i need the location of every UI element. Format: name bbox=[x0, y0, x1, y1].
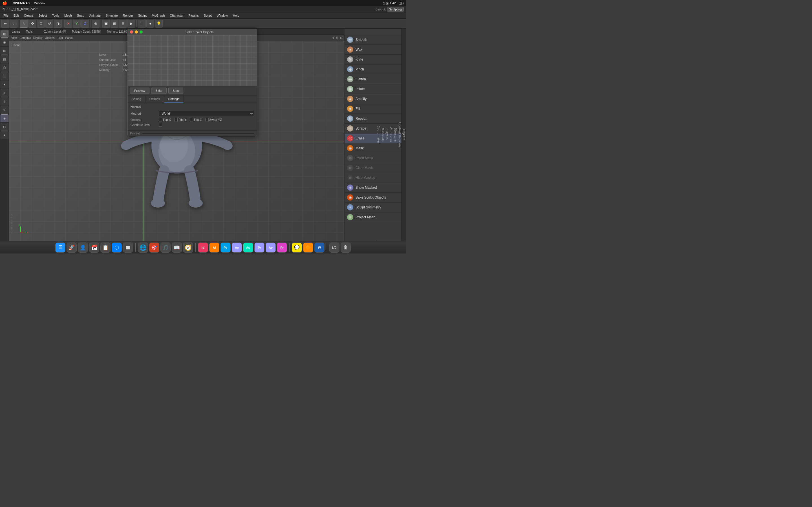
dock-notes[interactable]: 📋 bbox=[100, 242, 110, 252]
toolbar-z[interactable]: Z bbox=[81, 20, 89, 27]
menu-file[interactable]: File bbox=[1, 13, 11, 18]
vp-tab-panel[interactable]: Panel bbox=[65, 36, 73, 40]
menu-simulate[interactable]: Simulate bbox=[103, 13, 120, 18]
toolbar-home[interactable]: ⌂ bbox=[10, 20, 17, 27]
toolbar-y[interactable]: Y bbox=[73, 20, 81, 27]
dock-chrome[interactable]: 🌐 bbox=[138, 242, 148, 252]
dock-c4d[interactable]: 🎯 bbox=[149, 242, 159, 252]
dock-books[interactable]: 📖 bbox=[172, 242, 182, 252]
toolbar-sphere[interactable]: ● bbox=[146, 20, 154, 27]
dock-word[interactable]: W bbox=[314, 242, 324, 252]
toolbar-viewport1[interactable]: ▣ bbox=[102, 20, 110, 27]
left-icon-tag[interactable]: ⟟ bbox=[1, 98, 8, 105]
menu-mograph[interactable]: MoGraph bbox=[149, 13, 167, 18]
flip-x-checkbox[interactable] bbox=[159, 118, 162, 121]
dock-calendar[interactable]: 📅 bbox=[89, 242, 99, 252]
left-icon-stack[interactable]: ▤ bbox=[1, 55, 8, 63]
dock-photoshop[interactable]: Ps bbox=[220, 242, 231, 252]
swap-yz-checkbox[interactable] bbox=[205, 118, 209, 121]
vp-tab-options[interactable]: Options bbox=[45, 36, 54, 40]
toolbar-scale[interactable]: ⊡ bbox=[37, 20, 45, 27]
menu-create[interactable]: Create bbox=[22, 13, 36, 18]
dialog-minimize-btn[interactable] bbox=[135, 31, 138, 34]
dock-ae2[interactable]: Ae bbox=[266, 242, 276, 252]
menu-render[interactable]: Render bbox=[121, 13, 135, 18]
dock-trash[interactable]: 🗑 bbox=[341, 242, 351, 252]
dock-itunes[interactable]: 🎵 bbox=[160, 242, 170, 252]
menu-sculpt[interactable]: Sculpt bbox=[136, 13, 149, 18]
status-layers-tab[interactable]: Layers bbox=[12, 30, 20, 33]
menu-tools[interactable]: Tools bbox=[50, 13, 61, 18]
layout-selector[interactable]: Layout: Sculpting bbox=[376, 7, 404, 11]
left-icon-null[interactable]: ◉ bbox=[1, 38, 8, 46]
left-icon-deform[interactable]: ◊ bbox=[1, 89, 8, 97]
dock-contacts[interactable]: 👤 bbox=[78, 242, 88, 252]
dock-appstore[interactable]: ⬡ bbox=[112, 242, 122, 252]
dock-safari[interactable]: 🧭 bbox=[183, 242, 193, 252]
toolbar-x[interactable]: ✕ bbox=[64, 20, 72, 27]
toolbar-viewport2[interactable]: ⊞ bbox=[110, 20, 118, 27]
left-icon-layer[interactable]: ⊟ bbox=[1, 123, 8, 131]
toolbar-rotate[interactable]: ↺ bbox=[45, 20, 53, 27]
tab-options[interactable]: Options bbox=[146, 96, 164, 103]
dock-indesign[interactable]: Id bbox=[198, 242, 208, 252]
toolbar-play[interactable]: ▶ bbox=[128, 20, 135, 27]
dock-kakaotalk[interactable]: 💬 bbox=[292, 242, 302, 252]
left-icon-brush[interactable]: ∿ bbox=[1, 106, 8, 114]
side-tab-objects[interactable]: Objects bbox=[402, 29, 406, 241]
side-tab-structure[interactable]: Structure bbox=[393, 29, 398, 241]
left-icon-box[interactable]: ⬛ bbox=[1, 72, 8, 80]
vp-tab-display[interactable]: Display bbox=[33, 36, 43, 40]
dialog-maximize-btn[interactable] bbox=[140, 31, 143, 34]
toolbar-world[interactable]: ⊕ bbox=[92, 20, 100, 27]
dock-premiere2[interactable]: Pr bbox=[277, 242, 287, 252]
toolbar-viewport3[interactable]: ⊟ bbox=[119, 20, 127, 27]
vp-tab-view[interactable]: View bbox=[11, 36, 17, 40]
flip-z-checkbox[interactable] bbox=[190, 118, 193, 121]
tab-settings[interactable]: Settings bbox=[164, 96, 184, 103]
vp-lock-icon[interactable]: ⊙ bbox=[336, 36, 338, 40]
flip-y-checkbox[interactable] bbox=[174, 118, 177, 121]
dock-folder[interactable]: 🗂 bbox=[329, 242, 340, 252]
left-icon-objects[interactable]: ◧ bbox=[1, 30, 8, 38]
vp-tab-cameras[interactable]: Cameras bbox=[20, 36, 31, 40]
side-tab-content[interactable]: Content Browser bbox=[398, 29, 402, 241]
vp-move-icon[interactable]: ✛ bbox=[332, 36, 335, 40]
toolbar-undo[interactable]: ↩ bbox=[1, 20, 9, 27]
status-tools-tab[interactable]: Tools bbox=[26, 30, 33, 33]
dock-illustrator[interactable]: Ai bbox=[209, 242, 219, 252]
menu-animate[interactable]: Animate bbox=[87, 13, 103, 18]
toolbar-move[interactable]: ✛ bbox=[29, 20, 36, 27]
menu-script[interactable]: Script bbox=[202, 13, 214, 18]
side-tab-coordinates[interactable]: Coordinates bbox=[376, 29, 380, 241]
left-icon-sphere[interactable]: ● bbox=[1, 80, 8, 89]
menu-edit[interactable]: Edit bbox=[11, 13, 21, 18]
left-icon-poly[interactable]: ⬡ bbox=[1, 64, 8, 71]
menu-mesh[interactable]: Mesh bbox=[62, 13, 74, 18]
app-name[interactable]: CINEMA 4D bbox=[13, 1, 30, 5]
menu-character[interactable]: Character bbox=[167, 13, 186, 18]
menu-select[interactable]: Select bbox=[36, 13, 49, 18]
menu-help[interactable]: Help bbox=[231, 13, 242, 18]
continue-uvs-checkbox[interactable] bbox=[159, 123, 162, 126]
toolbar-light[interactable]: 💡 bbox=[155, 20, 163, 27]
side-tab-attributes[interactable]: Attributes bbox=[389, 29, 393, 241]
vp-tab-filter[interactable]: Filter bbox=[57, 36, 63, 40]
method-select[interactable]: World Tangent Object bbox=[159, 111, 254, 116]
menu-snap[interactable]: Snap bbox=[75, 13, 87, 18]
dock-ae[interactable]: Ae bbox=[232, 242, 242, 252]
menu-window[interactable]: Window bbox=[214, 13, 230, 18]
dock-premiere[interactable]: Pr bbox=[254, 242, 264, 252]
tab-baking[interactable]: Baking bbox=[128, 96, 146, 103]
dock-reminders[interactable]: 🔲 bbox=[123, 242, 133, 252]
dock-au[interactable]: Au bbox=[243, 242, 253, 252]
menu-plugins[interactable]: Plugins bbox=[186, 13, 201, 18]
apple-menu[interactable]: 🍎 bbox=[2, 1, 7, 5]
bake-button[interactable]: Bake bbox=[151, 88, 167, 94]
toolbar-select[interactable]: ↖ bbox=[20, 20, 28, 27]
side-tab-materials[interactable]: Materials bbox=[380, 29, 385, 241]
toolbar-cube[interactable]: ⬛ bbox=[138, 20, 146, 27]
dock-vlc[interactable]: 🔶 bbox=[303, 242, 313, 252]
dock-finder[interactable]: 🖥 bbox=[55, 242, 65, 252]
vp-expand-icon[interactable]: ⊡ bbox=[340, 36, 342, 40]
